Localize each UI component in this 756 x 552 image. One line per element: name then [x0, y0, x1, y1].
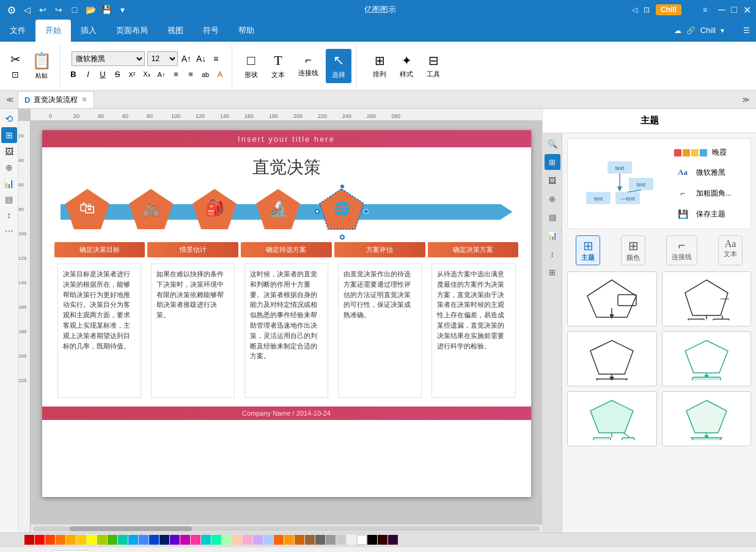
handle-right[interactable]: [364, 209, 369, 214]
color-swatch[interactable]: [118, 535, 128, 545]
connector-tool-button[interactable]: ⌐ 连接线: [292, 50, 325, 81]
font-family-select[interactable]: 微软雅黑: [72, 51, 145, 66]
sidebar-layers-button[interactable]: ⊕: [2, 160, 17, 175]
font-grow-button[interactable]: A↑: [180, 53, 193, 65]
undo-icon[interactable]: ↩: [37, 4, 49, 16]
sidebar-connector-button[interactable]: ↕: [2, 208, 17, 223]
sidebar-chart-button[interactable]: 📊: [2, 176, 17, 191]
color-swatch[interactable]: [87, 535, 97, 545]
page-title-placeholder[interactable]: Insert your title here: [238, 134, 335, 144]
color-swatch[interactable]: [66, 535, 76, 545]
user-dropdown-icon[interactable]: ▾: [721, 26, 724, 35]
list2-button[interactable]: ≡: [184, 68, 197, 80]
flow-label-3[interactable]: 方案评估: [334, 242, 425, 257]
save-icon[interactable]: 💾: [100, 4, 112, 16]
ab-button[interactable]: ab: [199, 70, 212, 79]
color-swatch[interactable]: [97, 535, 107, 545]
bold-button[interactable]: B: [67, 68, 80, 80]
settings-menu-icon[interactable]: ☰: [743, 26, 750, 35]
color-swatch[interactable]: [336, 535, 346, 545]
color-swatch[interactable]: [201, 535, 211, 545]
user-icon[interactable]: 👤: [688, 6, 697, 14]
color-swatch[interactable]: [347, 535, 356, 545]
color-swatch[interactable]: [253, 535, 263, 545]
underline-button[interactable]: U: [96, 68, 109, 80]
more-icon[interactable]: ▾: [116, 4, 128, 16]
color-swatch[interactable]: [76, 535, 86, 545]
flow-item-2[interactable]: 🎒: [190, 186, 239, 237]
color-swatch[interactable]: [35, 535, 45, 545]
align-button[interactable]: ≡: [210, 53, 222, 65]
menu-symbol[interactable]: 符号: [193, 20, 229, 42]
menu-help[interactable]: 帮助: [229, 20, 264, 42]
page-tab-1[interactable]: Page-1: [52, 550, 92, 553]
flow-label-4[interactable]: 确定决策方案: [428, 242, 519, 257]
theme-item-wanxia[interactable]: 晚霞: [672, 145, 744, 160]
menu-layout[interactable]: 页面布局: [106, 20, 158, 42]
horizontal-scrollbar[interactable]: [31, 524, 542, 532]
shape-preview-6[interactable]: [662, 391, 752, 446]
sidebar-image-button[interactable]: 🖼: [2, 144, 17, 159]
tab-diagram[interactable]: D 直觉决策流程 ✕: [18, 91, 94, 108]
rp-more-button[interactable]: ⊞: [545, 264, 560, 280]
maximize-icon[interactable]: □: [731, 4, 737, 15]
open-icon[interactable]: 📂: [84, 4, 97, 16]
settings-icon[interactable]: ≡: [703, 6, 707, 14]
color-swatch[interactable]: [243, 535, 252, 545]
user-avatar[interactable]: Chill: [700, 26, 716, 35]
sub-tab-connector[interactable]: ⌐ 连接线: [666, 235, 697, 265]
shape-preview-5[interactable]: [567, 391, 657, 446]
color-swatch[interactable]: [232, 535, 242, 545]
flow-item-1[interactable]: 🚲: [127, 186, 175, 237]
color-swatch[interactable]: [211, 535, 221, 545]
color-swatch[interactable]: [180, 535, 190, 545]
color-swatch[interactable]: [128, 535, 138, 545]
content-box-3[interactable]: 由直觉决策作出的待选方案还需要通过理性评估的方法证明直觉决策的可行性，保证决策成…: [338, 263, 422, 398]
menu-file[interactable]: 文件: [0, 20, 35, 42]
sub-tab-color[interactable]: ⊞ 颜色: [621, 235, 645, 265]
font-size-select[interactable]: 12: [147, 51, 178, 66]
color-swatch[interactable]: [222, 535, 232, 545]
arrange-tool-button[interactable]: ⊞ 排列: [367, 50, 392, 83]
sub-tab-text[interactable]: Aa 文本: [718, 235, 743, 265]
color-swatch[interactable]: [160, 535, 169, 545]
canvas-viewport[interactable]: Insert your title here 直觉决策 🛍: [31, 121, 542, 524]
redo-icon[interactable]: ↪: [53, 4, 65, 16]
color-swatch[interactable]: [139, 535, 149, 545]
paste-button[interactable]: 📋 粘贴: [27, 49, 56, 83]
color-swatch[interactable]: [45, 535, 55, 545]
theme-item-msyh[interactable]: Aa 微软雅黑: [672, 164, 744, 181]
color-swatch[interactable]: [295, 535, 304, 545]
menu-view[interactable]: 视图: [158, 20, 193, 42]
shape-tool-button[interactable]: □ 形状: [238, 49, 264, 83]
color-swatch[interactable]: [315, 535, 325, 545]
font-shrink-button[interactable]: A↓: [195, 53, 207, 65]
rp-layers-button[interactable]: ⊕: [545, 191, 560, 207]
rp-grid-button[interactable]: ⊞: [545, 154, 560, 170]
rp-search-icon[interactable]: 🔍: [545, 136, 560, 152]
color-swatch[interactable]: [357, 535, 367, 545]
minimize-icon[interactable]: ─: [718, 4, 725, 15]
flow-item-0[interactable]: 🛍: [63, 186, 112, 237]
copy-button[interactable]: ⊡: [6, 69, 24, 80]
shape-preview-1[interactable]: [567, 271, 657, 326]
text-tool-button[interactable]: T 文本: [265, 49, 291, 83]
select-tool-button[interactable]: ↖ 选择: [326, 49, 351, 83]
handle-top[interactable]: [340, 184, 345, 189]
rp-connector2-button[interactable]: ↕: [545, 246, 560, 262]
shape-preview-4[interactable]: [662, 331, 752, 386]
content-box-2[interactable]: 这时候，决策者的直觉和判断的作用十方重要。决策者根据自身的能力及对特定情况或相似…: [244, 263, 328, 398]
color-swatch[interactable]: [367, 535, 377, 545]
back-icon[interactable]: ◁: [21, 4, 33, 16]
color-swatch[interactable]: [378, 535, 387, 545]
sidebar-grid-button[interactable]: ⊞: [1, 127, 17, 143]
theme-save-button[interactable]: 💾 保存主题: [672, 205, 744, 223]
flow-item-3[interactable]: 🔬: [254, 186, 303, 237]
content-box-0[interactable]: 决策目标是决策者进行决策的根据所在，能够帮助决策行为更好地推动实行。决策目分为客…: [57, 263, 141, 398]
share-icon[interactable]: ◁: [632, 6, 637, 14]
superscript-button[interactable]: X²: [125, 70, 139, 79]
theme-item-rounded[interactable]: ⌐ 加粗圆角...: [672, 185, 744, 202]
rp-image-button[interactable]: 🖼: [545, 172, 560, 188]
style-tool-button[interactable]: ✦ 样式: [394, 50, 419, 83]
new-icon[interactable]: □: [68, 4, 81, 16]
